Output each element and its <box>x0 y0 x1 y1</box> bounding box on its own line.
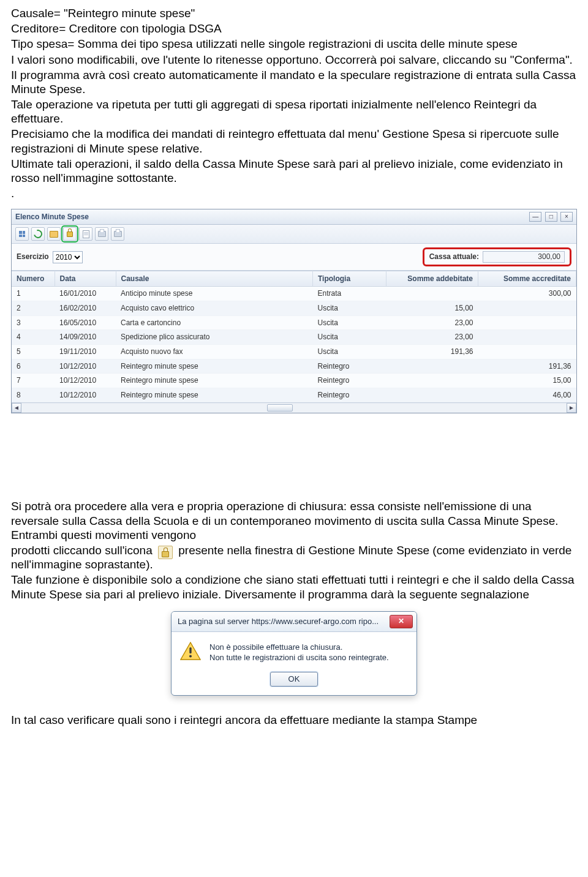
text-paragraph: Si potrà ora procedere alla vera e propr… <box>11 499 577 542</box>
cell: 2 <box>12 301 55 316</box>
cell <box>478 301 576 316</box>
table-row[interactable]: 710/12/2010Reintegro minute speseReinteg… <box>12 374 576 388</box>
col-causale[interactable]: Causale <box>116 271 313 287</box>
text-paragraph: Il programma avrà così creato automatica… <box>11 68 577 96</box>
warning-dialog: La pagina sul server https://www.securef… <box>171 611 417 696</box>
toolbar-close-cash-button[interactable] <box>63 227 77 241</box>
lock-icon <box>158 546 173 559</box>
cell: 19/11/2010 <box>55 344 116 359</box>
cell: 10/12/2010 <box>55 388 116 402</box>
text-paragraph: Tale funzione è disponibile solo a condi… <box>11 573 577 601</box>
cell: 300,00 <box>478 287 576 301</box>
cell: 8 <box>12 388 55 402</box>
col-tipologia[interactable]: Tipologia <box>313 271 386 287</box>
cell: Reintegro minute spese <box>116 359 313 374</box>
cassa-attuale-box: Cassa attuale: 300,00 <box>423 247 571 266</box>
cell: 7 <box>12 374 55 388</box>
cell: 16/02/2010 <box>55 301 116 316</box>
printer-icon <box>114 231 122 237</box>
svg-point-2 <box>189 655 192 657</box>
cell: 3 <box>12 315 55 330</box>
dialog-line1: Non è possibile effettuare la chiusura. <box>209 642 408 653</box>
toolbar-doc-button[interactable] <box>79 227 92 241</box>
col-accreditate[interactable]: Somme accreditate <box>478 271 576 287</box>
toolbar-list-button[interactable] <box>15 227 29 241</box>
table-row[interactable]: 414/09/2010Spedizione plico assicuratoUs… <box>12 330 576 345</box>
cell: Spedizione plico assicurato <box>116 330 313 345</box>
table-row[interactable]: 216/02/2010Acquisto cavo elettricoUscita… <box>12 301 576 316</box>
titlebar: Elenco Minute Spese — □ × <box>12 209 576 225</box>
window-close-button[interactable]: × <box>560 212 573 222</box>
minute-spese-table: Numero Data Causale Tipologia Somme adde… <box>12 271 576 403</box>
table-row[interactable]: 116/01/2010Anticipo minute speseEntrata3… <box>12 287 576 301</box>
cell <box>386 388 478 402</box>
cell: Acquisto cavo elettrico <box>116 301 313 316</box>
cell: Reintegro <box>313 359 386 374</box>
window-maximize-button[interactable]: □ <box>545 212 557 222</box>
cell: 23,00 <box>386 315 478 330</box>
text-paragraph: prodotti cliccando sull'icona presente n… <box>11 543 577 571</box>
table-row[interactable]: 316/05/2010Carta e cartoncinoUscita23,00 <box>12 315 576 330</box>
folder-icon <box>50 231 58 238</box>
cell <box>478 344 576 359</box>
printer-icon <box>98 231 106 237</box>
col-numero[interactable]: Numero <box>12 271 55 287</box>
cell: Reintegro minute spese <box>116 388 313 402</box>
text-paragraph: I valori sono modificabili, ove l'utente… <box>11 53 577 67</box>
cell: Acquisto nuovo fax <box>116 344 313 359</box>
cell: 1 <box>12 287 55 301</box>
text-line: Tipo spesa= Somma dei tipo spesa utilizz… <box>11 37 577 51</box>
scroll-track[interactable] <box>21 404 567 412</box>
cell: 16/05/2010 <box>55 315 116 330</box>
horizontal-scrollbar[interactable]: ◄ ► <box>12 402 576 413</box>
ok-button[interactable]: OK <box>270 672 318 687</box>
cell: Uscita <box>313 315 386 330</box>
text-line: Creditore= Creditore con tipologia DSGA <box>11 21 577 36</box>
cell: Uscita <box>313 344 386 359</box>
cell <box>386 287 478 301</box>
dialog-title: La pagina sul server https://www.securef… <box>178 617 379 627</box>
cell: 191,36 <box>478 359 576 374</box>
window-minimize-button[interactable]: — <box>529 212 541 222</box>
toolbar <box>12 225 576 244</box>
cell: Reintegro <box>313 388 386 402</box>
app-window: Elenco Minute Spese — □ × Esercizio 2010… <box>11 209 577 413</box>
table-row[interactable]: 610/12/2010Reintegro minute speseReinteg… <box>12 359 576 374</box>
cell: Uscita <box>313 301 386 316</box>
scroll-left-icon[interactable]: ◄ <box>12 403 21 413</box>
cell: 5 <box>12 344 55 359</box>
cassa-value: 300,00 <box>483 251 565 263</box>
scroll-thumb[interactable] <box>267 404 293 412</box>
cell: Reintegro <box>313 374 386 388</box>
dialog-titlebar: La pagina sul server https://www.securef… <box>172 612 417 632</box>
col-addebitate[interactable]: Somme addebitate <box>386 271 478 287</box>
cell: Reintegro minute spese <box>116 374 313 388</box>
toolbar-print2-button[interactable] <box>111 227 124 241</box>
cell: Anticipo minute spese <box>116 287 313 301</box>
scroll-right-icon[interactable]: ► <box>567 403 576 413</box>
cell <box>386 374 478 388</box>
cassa-label: Cassa attuale: <box>429 252 479 262</box>
filter-bar: Esercizio 2010 Cassa attuale: 300,00 <box>12 244 576 271</box>
cell <box>478 315 576 330</box>
cell <box>478 330 576 345</box>
dialog-close-button[interactable]: ✕ <box>390 615 413 628</box>
dialog-message: Non è possibile effettuare la chiusura. … <box>209 642 408 663</box>
warning-icon <box>180 642 201 660</box>
cell: 191,36 <box>386 344 478 359</box>
col-data[interactable]: Data <box>55 271 116 287</box>
toolbar-print-button[interactable] <box>95 227 108 241</box>
toolbar-open-button[interactable] <box>47 227 61 241</box>
table-row[interactable]: 519/11/2010Acquisto nuovo faxUscita191,3… <box>12 344 576 359</box>
table-row[interactable]: 810/12/2010Reintegro minute speseReinteg… <box>12 388 576 402</box>
cell: 14/09/2010 <box>55 330 116 345</box>
esercizio-select[interactable]: 2010 <box>53 251 83 263</box>
text-paragraph: Precisiamo che la modifica dei mandati d… <box>11 127 577 155</box>
text-paragraph: Tale operazione va ripetuta per tutti gl… <box>11 97 577 126</box>
lock-icon <box>67 231 73 237</box>
toolbar-refresh-button[interactable] <box>31 227 45 241</box>
cell: 46,00 <box>478 388 576 402</box>
text-line: Causale= "Reintegro minute spese" <box>11 6 577 20</box>
esercizio-label: Esercizio <box>17 252 49 262</box>
cell: 15,00 <box>478 374 576 388</box>
